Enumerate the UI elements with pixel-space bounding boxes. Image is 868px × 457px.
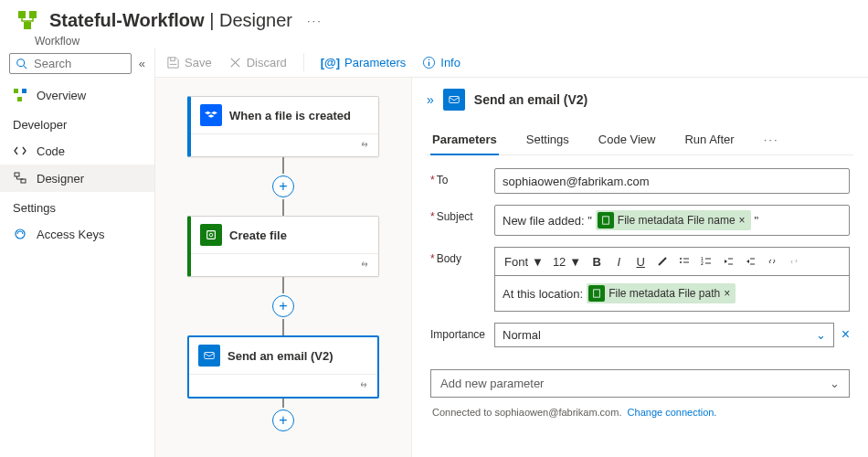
svg-rect-7 <box>17 97 22 101</box>
rte-toolbar: Font ▼ 12▼ B I U 12 <box>494 247 850 275</box>
svg-rect-6 <box>22 89 26 93</box>
sidebar-header-settings: Settings <box>0 192 154 220</box>
panel-tabs: Parameters Settings Code View Run After … <box>427 125 853 155</box>
discard-button[interactable]: Discard <box>228 56 287 69</box>
sidebar-item-overview[interactable]: Overview <box>0 81 154 109</box>
tab-settings[interactable]: Settings <box>524 125 571 154</box>
token-file-path[interactable]: File metadata File path × <box>587 283 736 303</box>
file-icon <box>598 212 614 228</box>
svg-rect-2 <box>24 22 31 29</box>
page-subtitle: Workflow <box>35 35 868 48</box>
page-header: Stateful-Workflow | Designer ··· <box>0 0 868 37</box>
label-subject: *Subject <box>430 205 494 223</box>
info-button[interactable]: Info <box>422 56 460 69</box>
remove-token-button[interactable]: × <box>724 287 730 300</box>
sidebar-item-designer[interactable]: Designer <box>0 165 154 192</box>
outdent-button[interactable] <box>718 251 738 271</box>
save-icon <box>166 56 180 69</box>
parameters-button[interactable]: [@] Parameters <box>321 56 407 69</box>
svg-rect-9 <box>21 179 26 183</box>
bold-button[interactable]: B <box>587 251 607 271</box>
outlook-icon <box>443 89 465 111</box>
svg-point-19 <box>680 258 682 260</box>
svg-rect-0 <box>18 11 26 18</box>
file-icon <box>588 285 605 302</box>
svg-point-13 <box>429 58 430 60</box>
remove-token-button[interactable]: × <box>739 214 746 227</box>
search-icon <box>16 58 28 70</box>
svg-point-21 <box>680 261 682 263</box>
overview-icon <box>13 88 27 102</box>
indent-button[interactable] <box>740 251 760 271</box>
color-button[interactable] <box>652 251 672 271</box>
label-body: *Body <box>430 247 494 265</box>
sidebar-header-developer: Developer <box>0 109 154 137</box>
search-input[interactable] <box>9 53 132 74</box>
svg-rect-1 <box>29 11 37 18</box>
designer-canvas: When a file is created + Create file <box>155 78 411 457</box>
panel-collapse-button[interactable]: » <box>427 92 434 107</box>
svg-rect-17 <box>450 97 460 103</box>
page-title: Stateful-Workflow | Designer <box>49 10 292 31</box>
token-file-name[interactable]: File metadata File name × <box>596 210 751 230</box>
info-icon <box>422 56 436 69</box>
step-send-email[interactable]: Send an email (V2) <box>187 335 379 399</box>
header-more-button[interactable]: ··· <box>307 14 323 27</box>
designer-icon <box>13 171 27 186</box>
subject-field[interactable]: New file added: " File metadata File nam… <box>494 205 850 236</box>
discard-icon <box>228 56 242 69</box>
dropbox-icon <box>200 104 222 126</box>
link-icon <box>358 258 371 271</box>
onedrive-icon <box>200 224 222 246</box>
step-create-file[interactable]: Create file <box>187 216 379 277</box>
add-step-button[interactable]: + <box>272 409 294 431</box>
number-list-button[interactable]: 12 <box>696 251 716 271</box>
access-keys-icon <box>13 227 27 241</box>
svg-rect-5 <box>14 89 18 93</box>
step-when-file-created[interactable]: When a file is created <box>187 96 379 157</box>
link-icon <box>358 138 371 151</box>
italic-button[interactable]: I <box>609 251 629 271</box>
tab-run-after[interactable]: Run After <box>683 125 736 154</box>
add-step-button[interactable]: + <box>272 295 294 317</box>
svg-rect-8 <box>15 173 19 176</box>
sidebar-collapse-button[interactable]: « <box>139 57 145 70</box>
add-parameter-dropdown[interactable]: Add new parameter ⌄ <box>430 369 850 398</box>
importance-selector[interactable]: Normal ⌄ <box>494 323 834 347</box>
svg-point-15 <box>209 233 213 237</box>
sidebar-item-access-keys[interactable]: Access Keys <box>0 220 154 248</box>
bullet-list-button[interactable] <box>674 251 694 271</box>
tabs-more-button[interactable]: ··· <box>762 125 781 154</box>
svg-rect-31 <box>594 290 600 297</box>
outlook-icon <box>198 345 220 367</box>
clear-importance-button[interactable]: × <box>842 323 850 343</box>
underline-button[interactable]: U <box>630 251 651 271</box>
font-selector[interactable]: Font ▼ <box>501 255 547 269</box>
connection-info: Connected to sophiaowen@fabrikam.com. Ch… <box>427 401 853 418</box>
svg-point-3 <box>17 58 25 66</box>
svg-line-4 <box>24 65 27 69</box>
panel-title: Send an email (V2) <box>474 92 587 107</box>
toolbar: Save Discard [@] Parameters Info <box>155 48 868 77</box>
label-importance: Importance <box>430 323 494 341</box>
unlink-button[interactable] <box>784 251 804 271</box>
label-to: *To <box>430 168 494 186</box>
parameters-icon: [@] <box>321 56 340 69</box>
save-button[interactable]: Save <box>166 56 212 69</box>
sidebar-item-code[interactable]: Code <box>0 137 154 165</box>
add-step-button[interactable]: + <box>272 175 294 197</box>
svg-rect-18 <box>603 217 609 224</box>
tab-parameters[interactable]: Parameters <box>430 125 499 155</box>
chevron-down-icon: ⌄ <box>830 377 840 390</box>
link-icon <box>357 378 370 391</box>
tab-code-view[interactable]: Code View <box>597 125 658 154</box>
to-field[interactable]: sophiaowen@fabrikam.com <box>494 168 850 194</box>
svg-rect-14 <box>207 231 216 239</box>
chevron-down-icon: ⌄ <box>816 328 826 342</box>
font-size-selector[interactable]: 12▼ <box>549 255 585 269</box>
link-button[interactable] <box>762 251 782 271</box>
svg-text:2: 2 <box>701 260 704 266</box>
body-field[interactable]: At this location: File metadata File pat… <box>494 275 850 312</box>
code-icon <box>13 143 27 158</box>
change-connection-link[interactable]: Change connection. <box>628 407 717 418</box>
